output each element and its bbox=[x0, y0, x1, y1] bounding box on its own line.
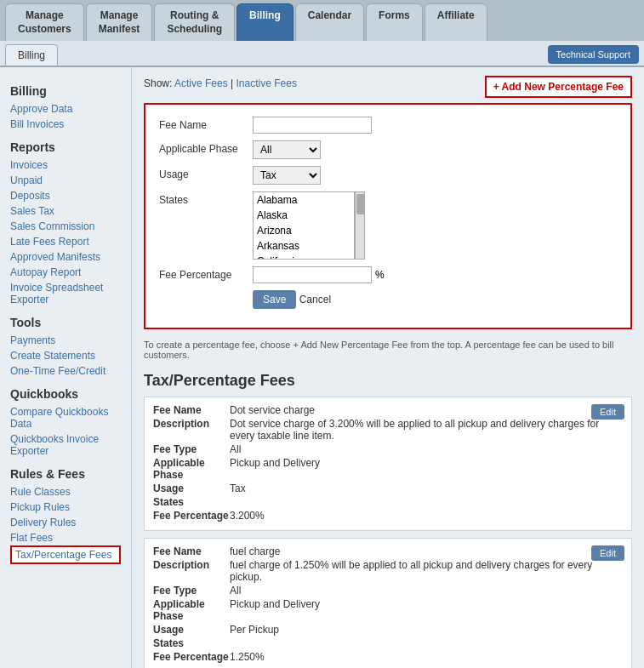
page-tab-bar: Billing Technical Support bbox=[0, 41, 644, 67]
sidebar-section-rules-fees: Rules & Fees bbox=[10, 467, 121, 481]
add-new-percentage-fee-button[interactable]: + Add New Percentage Fee bbox=[485, 76, 632, 98]
fee-name-input[interactable] bbox=[253, 117, 372, 134]
fee-card-row-usage-1: Usage Per Pickup bbox=[153, 624, 623, 636]
form-buttons-row: Save Cancel bbox=[159, 290, 617, 309]
fee-pct-value-0: 3.200% bbox=[230, 510, 623, 522]
sidebar-item-unpaid[interactable]: Unpaid bbox=[10, 173, 121, 188]
applicable-phase-select[interactable]: All Pickup and Delivery bbox=[253, 140, 321, 159]
tab-routing-scheduling[interactable]: Routing &Scheduling bbox=[154, 3, 235, 41]
tab-calendar[interactable]: Calendar bbox=[295, 3, 364, 41]
fee-name-row: Fee Name bbox=[159, 117, 617, 134]
fee-name-value-1: fuel charge bbox=[230, 545, 623, 557]
fee-card-1: Edit Fee Name fuel charge Description fu… bbox=[144, 538, 632, 668]
sidebar-item-one-time-fee-credit[interactable]: One-Time Fee/Credit bbox=[10, 363, 121, 379]
sidebar-item-invoices[interactable]: Invoices bbox=[10, 157, 121, 173]
sidebar-section-quickbooks: Quickbooks bbox=[10, 387, 121, 401]
states-row: States Alabama Alaska Arizona Arkansas C… bbox=[159, 191, 617, 260]
tab-manage-customers[interactable]: ManageCustomers bbox=[5, 3, 84, 41]
sidebar-item-invoice-spreadsheet-exporter[interactable]: Invoice SpreadsheetExporter bbox=[10, 280, 121, 307]
applicable-phase-row: Applicable Phase All Pickup and Delivery bbox=[159, 140, 617, 159]
fee-usage-value-0: Tax bbox=[230, 482, 623, 494]
tech-support-button[interactable]: Technical Support bbox=[548, 45, 639, 64]
tab-affiliate[interactable]: Affiliate bbox=[425, 3, 487, 41]
edit-button-1[interactable]: Edit bbox=[591, 545, 624, 561]
fee-desc-label-0: Description bbox=[153, 418, 230, 442]
sidebar-item-sales-commission[interactable]: Sales Commission bbox=[10, 219, 121, 234]
help-text: To create a percentage fee, choose + Add… bbox=[144, 340, 632, 360]
fee-card-row-name-1: Fee Name fuel charge bbox=[153, 545, 623, 557]
sidebar-item-flat-fees[interactable]: Flat Fees bbox=[10, 530, 121, 545]
main-layout: Billing Approve Data Bill Invoices Repor… bbox=[0, 67, 644, 668]
sidebar-item-create-statements[interactable]: Create Statements bbox=[10, 348, 121, 363]
fee-name-label-0: Fee Name bbox=[153, 404, 230, 416]
sidebar-section-reports: Reports bbox=[10, 140, 121, 154]
applicable-phase-select-wrapper: All Pickup and Delivery bbox=[253, 140, 617, 159]
state-arkansas[interactable]: Arkansas bbox=[254, 238, 354, 254]
fee-usage-label-0: Usage bbox=[153, 482, 230, 494]
states-wrapper: Alabama Alaska Arizona Arkansas Californ… bbox=[253, 191, 617, 260]
inactive-fees-link[interactable]: Inactive Fees bbox=[237, 77, 297, 89]
state-alabama[interactable]: Alabama bbox=[254, 192, 354, 208]
applicable-phase-label: Applicable Phase bbox=[159, 140, 253, 155]
scrollbar-thumb bbox=[356, 194, 365, 214]
fee-type-value-1: All bbox=[230, 585, 623, 597]
active-fees-link[interactable]: Active Fees bbox=[174, 77, 228, 89]
section-title: Tax/Percentage Fees bbox=[144, 372, 632, 390]
page-tab-billing[interactable]: Billing bbox=[5, 44, 58, 66]
page-container: Billing Technical Support Billing Approv… bbox=[0, 41, 644, 668]
fee-desc-value-1: fuel charge of 1.250% will be applied to… bbox=[230, 559, 623, 583]
state-arizona[interactable]: Arizona bbox=[254, 223, 354, 238]
fee-percentage-label: Fee Percentage bbox=[159, 266, 253, 281]
sidebar: Billing Approve Data Bill Invoices Repor… bbox=[0, 67, 132, 668]
fee-card-row-pct-1: Fee Percentage 1.250% bbox=[153, 651, 623, 663]
sidebar-item-rule-classes[interactable]: Rule Classes bbox=[10, 484, 121, 500]
sidebar-item-sales-tax[interactable]: Sales Tax bbox=[10, 203, 121, 219]
fee-type-value-0: All bbox=[230, 443, 623, 455]
sidebar-item-late-fees-report[interactable]: Late Fees Report bbox=[10, 234, 121, 249]
fee-usage-value-1: Per Pickup bbox=[230, 624, 623, 636]
save-button[interactable]: Save bbox=[253, 290, 296, 309]
fee-pct-label-0: Fee Percentage bbox=[153, 510, 230, 522]
form-buttons-wrapper: Save Cancel bbox=[253, 290, 617, 309]
fee-percentage-row: Fee Percentage % bbox=[159, 266, 617, 283]
tab-manage-manifest[interactable]: ManageManifest bbox=[86, 3, 153, 41]
tab-billing[interactable]: Billing bbox=[237, 3, 294, 41]
sidebar-item-delivery-rules[interactable]: Delivery Rules bbox=[10, 515, 121, 530]
fee-percentage-input[interactable] bbox=[253, 266, 372, 283]
fee-states-label-0: States bbox=[153, 496, 230, 508]
sidebar-item-autopay-report[interactable]: Autopay Report bbox=[10, 265, 121, 280]
sidebar-item-payments[interactable]: Payments bbox=[10, 333, 121, 348]
fee-name-label-1: Fee Name bbox=[153, 545, 230, 557]
states-scrollbar[interactable] bbox=[355, 191, 365, 260]
fee-pct-value-1: 1.250% bbox=[230, 651, 623, 663]
fee-card-row-desc-0: Description Dot service charge of 3.200%… bbox=[153, 418, 623, 442]
fee-card-row-type-1: Fee Type All bbox=[153, 585, 623, 597]
fee-name-input-wrapper bbox=[253, 117, 617, 134]
usage-select[interactable]: Tax Per Pickup Per Delivery bbox=[253, 166, 321, 185]
form-buttons-label bbox=[159, 290, 253, 293]
sidebar-item-pickup-rules[interactable]: Pickup Rules bbox=[10, 500, 121, 515]
fee-card-row-type-0: Fee Type All bbox=[153, 443, 623, 455]
percent-symbol: % bbox=[375, 269, 385, 281]
tab-forms[interactable]: Forms bbox=[366, 3, 423, 41]
sidebar-item-deposits[interactable]: Deposits bbox=[10, 188, 121, 203]
state-california[interactable]: California bbox=[254, 254, 354, 260]
fee-type-label-0: Fee Type bbox=[153, 443, 230, 455]
fee-states-label-1: States bbox=[153, 637, 230, 649]
fee-card-row-states-0: States bbox=[153, 496, 623, 508]
sidebar-item-approved-manifests[interactable]: Approved Manifests bbox=[10, 249, 121, 265]
fee-card-row-usage-0: Usage Tax bbox=[153, 482, 623, 494]
fee-phase-label-1: Applicable Phase bbox=[153, 598, 230, 622]
sidebar-item-compare-quickbooks-data[interactable]: Compare Quickbooks Data bbox=[10, 404, 121, 431]
states-list[interactable]: Alabama Alaska Arizona Arkansas Californ… bbox=[253, 191, 355, 260]
cancel-button[interactable]: Cancel bbox=[299, 294, 331, 305]
state-alaska[interactable]: Alaska bbox=[254, 208, 354, 223]
add-fee-form: Fee Name Applicable Phase All Pickup and… bbox=[144, 103, 632, 329]
edit-button-0[interactable]: Edit bbox=[591, 404, 624, 420]
sidebar-item-approve-data[interactable]: Approve Data bbox=[10, 101, 121, 117]
sidebar-item-tax-percentage-fees[interactable]: Tax/Percentage Fees bbox=[10, 545, 121, 564]
sidebar-item-quickbooks-invoice-exporter[interactable]: Quickbooks InvoiceExporter bbox=[10, 431, 121, 459]
fee-pct-label-1: Fee Percentage bbox=[153, 651, 230, 663]
sidebar-item-bill-invoices[interactable]: Bill Invoices bbox=[10, 117, 121, 132]
fee-type-label-1: Fee Type bbox=[153, 585, 230, 597]
